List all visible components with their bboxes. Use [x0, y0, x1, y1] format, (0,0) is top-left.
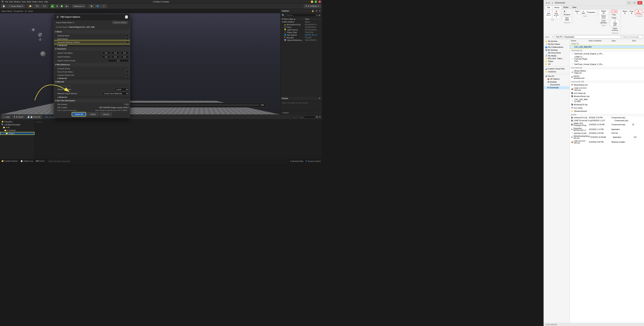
menu-build[interactable]: Build [27, 1, 31, 3]
item-name: 🔮SphereReflection... [284, 39, 304, 41]
outliner-settings-btn[interactable]: ⚙ [316, 10, 318, 12]
item-label-col[interactable]: 👁 Item Label ▲ [282, 18, 305, 20]
table-row[interactable]: ☁AtmosphericFog AtmosphericFo... [280, 23, 322, 26]
toolbar-btn-anim[interactable]: 🎭 [89, 4, 94, 8]
toolbar-btn-3[interactable]: 🔧▾ [41, 4, 48, 8]
select-mode-viewport-btn[interactable]: Select Mode [2, 10, 12, 12]
platforms-button[interactable]: Platforms ▼ [72, 4, 86, 8]
lit-btn[interactable]: Lit [25, 10, 27, 12]
table-row[interactable]: 🚶Player Start PlayerStart [280, 31, 322, 34]
content-area[interactable]: 0 items [35, 120, 322, 159]
breadcrumb-all[interactable]: All [46, 116, 48, 118]
details-header: Details ✕ [280, 96, 322, 100]
type-col[interactable]: Type [305, 18, 320, 20]
menu-select[interactable]: Select [32, 1, 38, 3]
misc-section-header[interactable]: ▾ Miscellaneous [54, 63, 130, 66]
convert-scene-unit-checkbox[interactable] [126, 74, 128, 76]
show-btn[interactable]: Show [28, 10, 33, 12]
search-location-select[interactable]: Local All Assets [115, 88, 128, 91]
list-item[interactable]: 📁 ▾ All [0, 126, 34, 129]
table-row[interactable]: 🔮SphereReflection... SphereReflecti... [280, 39, 322, 41]
table-row[interactable]: ⬛Floor StaticMeshAct... [280, 26, 322, 28]
perspective-btn[interactable]: Perspective [13, 10, 23, 12]
import-button-dialog[interactable]: Import [87, 112, 98, 116]
content-drawer-btn-sb[interactable]: 📁 Content Drawer [2, 160, 18, 162]
content-search-input[interactable] [291, 116, 315, 119]
console-input[interactable] [47, 160, 288, 163]
viewport-view[interactable]: ✳ ⌀ ⚓ Importing... 0% [0, 13, 280, 114]
content-drawer-btn[interactable]: 📁 [28, 4, 33, 8]
scale-input[interactable] [108, 59, 128, 62]
cancel-button[interactable]: Cancel [100, 112, 112, 116]
table-row[interactable]: 🌐Sky Sphere Edit BP_Sky_S... [280, 34, 322, 36]
outliner-close-btn[interactable]: ✕ [319, 10, 320, 12]
menu-help[interactable]: Help [44, 1, 48, 3]
maximize-button[interactable] [315, 0, 317, 3]
force-front-label: Force Front XAxis [58, 71, 125, 73]
mesh-section-header[interactable]: ▾ Mesh [54, 30, 130, 34]
settings-button[interactable]: ⚙ ⚙ Settings ▼ [304, 4, 321, 8]
translation-x-input[interactable] [102, 52, 110, 54]
material-import-method-select[interactable]: Create New Materials Reuse Existing Mate… [102, 92, 128, 95]
generate-collision-checkbox[interactable] [126, 41, 128, 43]
details-close-btn[interactable]: ✕ [318, 97, 320, 100]
menu-actor[interactable]: Actor [39, 1, 43, 3]
derived-data-btn[interactable]: ● Derived Data [290, 160, 303, 162]
translation-y-input[interactable] [112, 52, 119, 54]
dialog-close-button[interactable]: ✕ [125, 15, 128, 18]
play-button[interactable]: ▶ [51, 4, 54, 8]
import-button[interactable]: ⬇ ⬇ Import [12, 115, 25, 119]
list-item[interactable]: 📁 ▾ Content [0, 129, 34, 132]
material-section-header[interactable]: ▾ Material [54, 80, 130, 84]
outliner-gear-btn[interactable]: ⚙ [318, 14, 320, 17]
material-advanced-header[interactable]: ▸ Advanced [54, 96, 130, 99]
outliner-lock-btn[interactable]: 🔒 [312, 10, 314, 12]
progress-percent: 0% [261, 104, 264, 106]
outliner-search-input[interactable] [285, 14, 316, 17]
add-button[interactable]: + + Add [2, 115, 11, 119]
output-log-btn[interactable]: 📋 Output Log [20, 160, 33, 162]
cmd-btn[interactable]: ⌨ Cmd ▾ [36, 160, 44, 162]
import-all-button[interactable]: Import All [72, 112, 86, 116]
build-nanite-checkbox[interactable] [126, 38, 128, 40]
rotation-x-input[interactable] [102, 55, 110, 58]
list-item[interactable]: 🔍 LSUBaseTemplate [0, 123, 34, 126]
table-row[interactable]: ☀SkyLight SkyLight [280, 36, 322, 39]
stop-button[interactable]: ⏹ [60, 4, 64, 8]
misc-advanced-header[interactable]: ▸ Advanced [54, 77, 130, 80]
toolbar-btn-cin[interactable]: 🎥 [101, 4, 107, 8]
pause-button[interactable]: ⏸ [55, 4, 59, 8]
fbx-info-section-header[interactable]: ▾ Fbx File Information [54, 99, 130, 103]
cb-filter-btn[interactable]: ⚙ [316, 116, 318, 118]
table-row[interactable]: ▾ Main (Editor) World [280, 21, 322, 23]
rotation-y-input[interactable] [112, 55, 119, 58]
translation-z-input[interactable] [121, 52, 128, 54]
close-button[interactable] [318, 0, 321, 3]
save-all-button[interactable]: 💾 💾 Save All [26, 115, 42, 119]
eject-button[interactable]: ⏏ [64, 4, 69, 8]
rotation-z-input[interactable] [121, 55, 128, 58]
menu-tools[interactable]: Tools [22, 1, 26, 3]
outliner-add-btn[interactable]: + [316, 14, 318, 17]
toolbar-btn-2[interactable]: 🎬▾ [34, 4, 40, 8]
toolbar-btn-bp[interactable]: 🔷 [95, 4, 100, 8]
import-textures-checkbox[interactable] [126, 84, 128, 87]
generate-missing-collision-row[interactable]: Generate Missing Collision [54, 40, 130, 44]
list-item[interactable]: ⭐ Favorites [0, 120, 34, 123]
minimize-button[interactable] [311, 0, 313, 3]
table-row[interactable]: 💡Light Source DirectionalLigh... [280, 28, 322, 31]
select-mode-button[interactable]: ↖ Select Mode ▾ [7, 4, 25, 8]
save-button[interactable]: 💾 [1, 4, 6, 8]
reset-to-default-button[interactable]: Reset to Default [112, 21, 128, 24]
force-front-checkbox[interactable] [126, 71, 128, 73]
list-item[interactable]: 📁 Stages [0, 132, 34, 135]
convert-scene-checkbox[interactable] [126, 67, 128, 70]
source-control-btn[interactable]: ⚙ Source Control [306, 160, 320, 162]
menu-edit[interactable]: Edit [9, 1, 13, 3]
transform-section-header[interactable]: ▾ Transform [54, 47, 130, 51]
menu-file[interactable]: File [5, 1, 8, 3]
mesh-advanced-header[interactable]: ▸ Advanced [54, 44, 130, 47]
menu-window[interactable]: Window [14, 1, 20, 3]
cb-view-btn[interactable]: ≡ [319, 116, 320, 118]
skeletal-mesh-checkbox[interactable] [126, 34, 128, 37]
